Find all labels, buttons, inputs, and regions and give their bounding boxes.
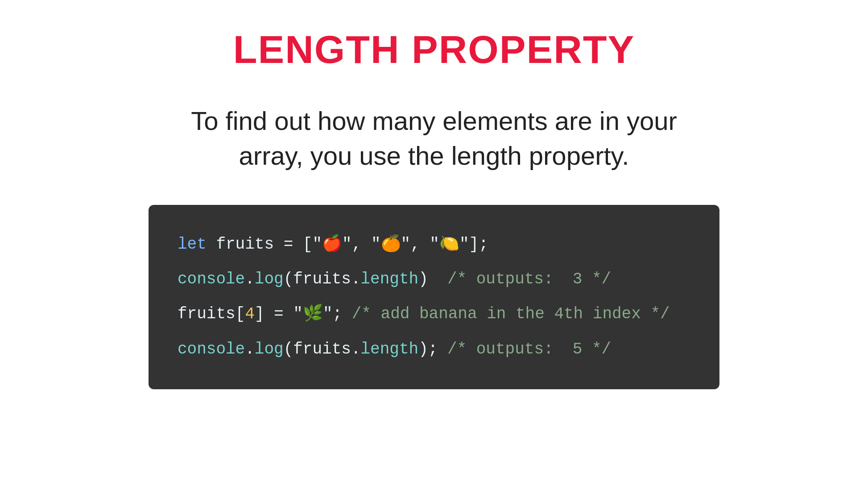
code-line-1: let fruits = ["🍎", "🍊", "🍋"]; <box>178 229 690 260</box>
code-line-2: console.log(fruits.length) /* outputs: 3… <box>178 264 690 295</box>
code-line-3: fruits[4] = "🌿"; /* add banana in the 4t… <box>178 299 690 329</box>
code-block: let fruits = ["🍎", "🍊", "🍋"]; console.lo… <box>149 205 719 390</box>
code-line-4: console.log(fruits.length); /* outputs: … <box>178 334 690 365</box>
page-title: LENGTH PROPERTY <box>233 27 635 72</box>
description-text: To find out how many elements are in you… <box>166 104 702 174</box>
